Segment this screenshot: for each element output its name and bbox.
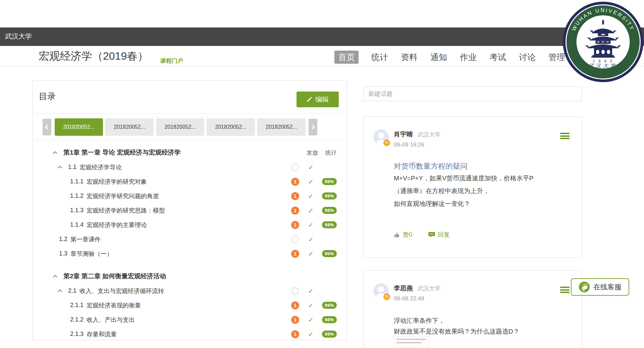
issue-count-badge[interactable]: 1	[291, 250, 299, 258]
class-tab-3[interactable]: 201820052...	[207, 118, 255, 136]
header-divider	[0, 66, 644, 66]
post-content-line: 浮动汇率条件下，	[394, 315, 568, 326]
reply-button[interactable]: 回复	[428, 231, 450, 239]
class-tab-1[interactable]: 201820052...	[105, 118, 154, 136]
column-header-issue: 发放	[307, 149, 318, 157]
student-role-badge: 学	[383, 139, 390, 146]
attachment-thumbnail[interactable]	[394, 336, 429, 347]
online-service-button[interactable]: 在线客服	[571, 278, 629, 296]
stat-percent-badge[interactable]: 96%	[322, 250, 337, 257]
student-role-badge: 学	[383, 293, 390, 300]
logo-text-bottom: 武汉大学	[588, 63, 618, 68]
catalog-title: 目录	[39, 91, 56, 102]
thumbs-up-icon	[394, 232, 400, 238]
toc-row-number: 2.1	[68, 287, 76, 294]
column-header-stats: 统计	[325, 149, 337, 157]
toc-row-number: 1.1.1	[70, 178, 84, 185]
edit-button-label: 编辑	[315, 95, 329, 104]
toc-row-2.1.1[interactable]: 2.1.1宏观经济表现的衡量1✓98%	[33, 298, 347, 312]
caret-up-icon[interactable]	[54, 151, 63, 154]
stat-percent-badge[interactable]: 98%	[322, 221, 337, 228]
stat-percent-badge[interactable]: 98%	[322, 331, 337, 338]
class-tab-0[interactable]: 201820052...	[55, 118, 103, 136]
issue-count-badge[interactable]: 1	[291, 330, 299, 338]
edit-button[interactable]: 编辑	[297, 92, 339, 107]
issue-count-badge[interactable]: 1	[291, 192, 299, 200]
toc-row-title: 第2章 第二章 如何衡量宏观经济活动	[63, 272, 166, 281]
like-count-label: 赞0	[403, 231, 412, 239]
page-title: 宏观经济学（2019春）	[39, 49, 148, 64]
toc-row-1.1[interactable]: 1.1宏观经济学导论✓	[33, 160, 347, 174]
course-portal-link[interactable]: 课程门户	[160, 57, 183, 65]
avatar: 学	[373, 283, 389, 299]
topbar: 武汉大学	[0, 27, 644, 46]
toc-row-title: 宏观经济学导论	[79, 163, 122, 171]
stat-percent-badge[interactable]: 98%	[322, 178, 337, 185]
toc-row-number: 1.1.4	[70, 221, 84, 228]
stat-percent-badge[interactable]: 98%	[322, 207, 337, 214]
issue-count-badge[interactable]: 1	[291, 178, 299, 186]
post-content: M+V=P+Y，如果V货币流通速度加快，价格水平P（通胀率）在方程中表现为上升，…	[394, 172, 568, 210]
post-title-link[interactable]: 对货币数量方程的疑问	[394, 161, 468, 171]
check-icon: ✓	[308, 192, 314, 200]
toc-row-number: 1.1.2	[70, 192, 84, 199]
hamburger-menu-icon[interactable]	[560, 133, 570, 140]
toc-row-1.2[interactable]: 1.2第一章课件✓	[33, 232, 347, 246]
toc-row-2.1.3[interactable]: 2.1.3存量和流量1✓98%	[33, 327, 347, 340]
toc-row-chapter-8[interactable]: 第2章 第二章 如何衡量宏观经济活动	[33, 269, 347, 284]
stat-percent-badge[interactable]: 98%	[322, 192, 337, 199]
toc-row-1.3[interactable]: 1.3章节测验（一）1✓96%	[33, 246, 347, 261]
nav-tab-6[interactable]: 讨论	[519, 51, 536, 64]
like-button[interactable]: 赞0	[394, 231, 412, 239]
class-tabstrip: 201820052...201820052...201820052...2018…	[33, 114, 347, 140]
toc-row-title: 收入、支出与宏观经济循环流转	[79, 287, 164, 295]
hamburger-menu-icon[interactable]	[560, 287, 570, 294]
post-content-line: M+V=P+Y，如果V货币流通速度加快，价格水平P	[394, 172, 568, 185]
nav-tab-5[interactable]: 考试	[489, 51, 506, 64]
post-content-line: 如何直观地理解这一变化？	[394, 197, 568, 210]
toc-row-2.1[interactable]: 2.1收入、支出与宏观经济循环流转✓	[33, 284, 347, 298]
check-icon: ✓	[308, 316, 314, 324]
toc-row-title: 收入、产出与支出	[87, 316, 135, 324]
class-tab-4[interactable]: 201820052...	[257, 118, 306, 136]
toc-row-1.1.2[interactable]: 1.1.2宏观经济学研究问题的角度1✓98%	[33, 189, 347, 203]
toc-row-1.1.1[interactable]: 1.1.1宏观经济学的研究对象1✓98%	[33, 174, 347, 189]
check-icon: ✓	[308, 178, 314, 186]
issue-count-badge[interactable]: 1	[291, 207, 299, 215]
nav-tab-4[interactable]: 作业	[460, 51, 477, 64]
issue-count-badge[interactable]: 1	[291, 316, 299, 324]
issue-count-badge[interactable]: 1	[291, 221, 299, 229]
toc-row-chapter-0[interactable]: 第1章 第一章 导论 宏观经济与宏观经济学发放统计	[33, 145, 347, 160]
class-tab-2[interactable]: 201820052...	[156, 118, 204, 136]
toc-row-1.1.3[interactable]: 1.1.3宏观经济学的研究思路：模型1✓98%	[33, 203, 347, 218]
stat-percent-badge[interactable]: 98%	[322, 302, 337, 309]
caret-up-icon[interactable]	[59, 166, 68, 169]
nav-tab-0[interactable]: 首页	[334, 51, 359, 64]
caret-up-icon[interactable]	[59, 289, 68, 292]
toc-row-2.1.2[interactable]: 2.1.2收入、产出与支出1✓98%	[33, 312, 347, 327]
nav-tab-2[interactable]: 资料	[401, 51, 418, 64]
check-icon: ✓	[308, 207, 314, 215]
toc-row-1.1.4[interactable]: 1.1.4宏观经济学的主要理论1✓98%	[33, 218, 347, 232]
issue-toggle-icon[interactable]	[291, 164, 299, 171]
caret-up-icon[interactable]	[54, 275, 63, 278]
new-topic-input[interactable]	[363, 86, 582, 101]
toc-row-title: 宏观经济学的研究对象	[87, 178, 147, 186]
catalog-panel: 目录 编辑 201820052...201820052...201820052.…	[33, 80, 347, 340]
chevron-right-icon[interactable]	[309, 119, 317, 135]
toc-row-title: 宏观经济学的研究思路：模型	[87, 207, 165, 215]
toc-row-title: 存量和流量	[87, 330, 117, 338]
main-nav: 首页统计资料通知作业考试讨论管理	[334, 51, 565, 64]
issue-toggle-icon[interactable]	[291, 287, 299, 295]
post-timestamp: 06-09 16:26	[394, 141, 440, 148]
stat-percent-badge[interactable]: 98%	[322, 316, 337, 323]
check-icon: ✓	[308, 250, 314, 258]
check-icon: ✓	[308, 330, 314, 338]
nav-tab-3[interactable]: 通知	[430, 51, 447, 64]
issue-toggle-icon[interactable]	[291, 236, 299, 243]
check-icon: ✓	[308, 301, 314, 309]
issue-count-badge[interactable]: 1	[291, 301, 299, 309]
toc-row-title: 宏观经济学研究问题的角度	[87, 192, 159, 200]
nav-tab-1[interactable]: 统计	[371, 51, 388, 64]
chevron-left-icon[interactable]	[43, 119, 51, 135]
